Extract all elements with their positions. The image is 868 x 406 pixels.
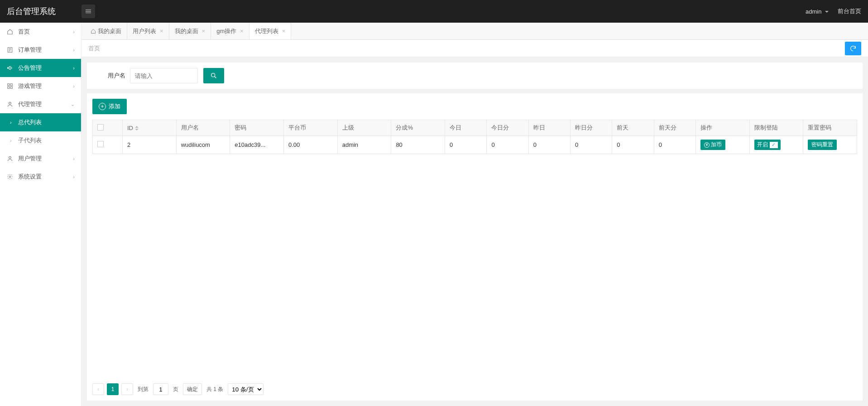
- header: 后台管理系统 admin 前台首页: [0, 0, 868, 23]
- per-page-select[interactable]: 10 条/页: [228, 383, 264, 395]
- caret-down-icon: [825, 11, 829, 13]
- sidebar-sub-child-agent[interactable]: › 子代列表: [0, 131, 81, 150]
- logo: 后台管理系统: [7, 6, 77, 17]
- close-icon[interactable]: ×: [282, 28, 286, 34]
- search-input[interactable]: [130, 68, 198, 83]
- search-button[interactable]: [203, 68, 224, 83]
- refresh-icon: [849, 45, 857, 52]
- hamburger-icon: [85, 8, 92, 15]
- tab-userlist[interactable]: 用户列表 ×: [127, 23, 169, 39]
- sidebar-sub-total-agent[interactable]: › 总代列表: [0, 113, 81, 131]
- sidebar-item-agent[interactable]: 代理管理 ⌄: [0, 95, 81, 113]
- th-parent: 上级: [337, 120, 391, 136]
- add-button[interactable]: + 添加: [92, 99, 127, 114]
- sidebar-sub-label: 子代列表: [18, 136, 42, 145]
- cell-yesterday-share: 0: [571, 136, 612, 154]
- chevron-right-icon: ›: [73, 29, 75, 34]
- sidebar: 首页 › 订单管理 › 公告管理 › 游戏管理 › 代理管理 ⌄ › 总代列表: [0, 23, 82, 406]
- goto-label: 到第: [138, 386, 149, 393]
- th-username: 用户名: [176, 120, 230, 136]
- pagination: ‹ 1 › 到第 页 确定 共 1 条 10 条/页: [92, 378, 857, 395]
- breadcrumb: 首页: [88, 44, 100, 53]
- checkbox-row[interactable]: [97, 141, 104, 147]
- user-icon: [6, 155, 14, 162]
- sidebar-item-label: 订单管理: [18, 46, 42, 54]
- th-yesterday: 昨日: [528, 120, 570, 136]
- chevron-down-icon: ⌄: [71, 102, 75, 107]
- sidebar-item-user[interactable]: 用户管理 ›: [0, 150, 81, 168]
- cell-id: 2: [122, 136, 176, 154]
- chevron-right-icon: ›: [73, 156, 75, 161]
- front-link[interactable]: 前台首页: [838, 7, 861, 15]
- tabs: 我的桌面 用户列表 × 我的桌面 × gm操作 × 代理列表 ×: [82, 23, 868, 40]
- svg-point-6: [9, 156, 11, 159]
- th-today: 今日: [445, 120, 487, 136]
- th-id[interactable]: ID: [122, 120, 176, 136]
- sidebar-item-home[interactable]: 首页 ›: [0, 23, 81, 41]
- th-reset: 重置密码: [803, 120, 857, 136]
- sidebar-item-game[interactable]: 游戏管理 ›: [0, 77, 81, 95]
- table-row: 2 wudiliucom e10adc39... 0.00 admin 80 0…: [93, 136, 857, 154]
- tab-agentlist[interactable]: 代理列表 ×: [249, 23, 292, 39]
- sidebar-sub-label: 总代列表: [18, 118, 42, 126]
- reset-password-button[interactable]: 密码重置: [808, 140, 837, 150]
- close-icon[interactable]: ×: [160, 28, 163, 34]
- search-icon: [210, 72, 217, 79]
- admin-label: admin: [806, 8, 821, 15]
- add-coin-button[interactable]: ¥ 加币: [700, 140, 725, 150]
- sidebar-item-settings[interactable]: 系统设置 ›: [0, 168, 81, 186]
- svg-point-7: [9, 176, 11, 178]
- page-number-button[interactable]: 1: [107, 383, 119, 395]
- th-op: 操作: [695, 120, 749, 136]
- tab-label: 我的桌面: [98, 27, 121, 35]
- close-icon[interactable]: ×: [202, 28, 206, 34]
- chevron-right-icon: ›: [10, 120, 12, 125]
- page-total: 共 1 条: [206, 386, 223, 393]
- tab-label: 代理列表: [255, 27, 278, 35]
- tab-home[interactable]: 我的桌面: [85, 23, 127, 39]
- menu-toggle-button[interactable]: [82, 5, 95, 18]
- tab-gm[interactable]: gm操作 ×: [211, 23, 249, 39]
- check-icon: ✓: [770, 142, 778, 148]
- coin-icon: ¥: [704, 142, 710, 148]
- search-label: 用户名: [94, 72, 125, 80]
- th-daybefore: 前天: [612, 120, 654, 136]
- cell-daybefore-share: 0: [654, 136, 695, 154]
- chevron-right-icon: ›: [73, 65, 75, 71]
- tab-label: 用户列表: [133, 27, 156, 35]
- close-icon[interactable]: ×: [240, 28, 244, 34]
- refresh-button[interactable]: [845, 42, 861, 55]
- sidebar-item-announce[interactable]: 公告管理 ›: [0, 59, 81, 77]
- cell-today-share: 0: [487, 136, 528, 154]
- home-icon: [91, 29, 96, 34]
- tab-desktop2[interactable]: 我的桌面 ×: [169, 23, 211, 39]
- checkbox-all[interactable]: [97, 124, 104, 130]
- chevron-right-icon: ›: [73, 83, 75, 89]
- game-icon: [6, 82, 14, 90]
- th-password: 密码: [230, 120, 284, 136]
- order-icon: [6, 46, 14, 53]
- page-prev-button[interactable]: ‹: [92, 383, 104, 395]
- agent-icon: [6, 101, 14, 108]
- breadcrumb-bar: 首页: [82, 40, 868, 57]
- sidebar-item-label: 公告管理: [18, 64, 42, 72]
- cell-coins: 0.00: [284, 136, 338, 154]
- home-icon: [6, 28, 14, 35]
- th-yesterday-share: 昨日分: [571, 120, 612, 136]
- page-suffix: 页: [173, 386, 178, 393]
- chevron-right-icon: ›: [73, 174, 75, 179]
- sidebar-item-order[interactable]: 订单管理 ›: [0, 41, 81, 59]
- page-next-button[interactable]: ›: [121, 383, 133, 395]
- page-input[interactable]: [153, 383, 168, 395]
- gear-icon: [6, 173, 14, 180]
- limit-toggle-button[interactable]: 开启 ✓: [754, 140, 781, 150]
- page-confirm-button[interactable]: 确定: [183, 383, 202, 395]
- admin-menu[interactable]: admin: [806, 8, 829, 15]
- th-checkbox: [93, 120, 123, 136]
- th-coins: 平台币: [284, 120, 338, 136]
- cell-yesterday: 0: [528, 136, 570, 154]
- cell-password: e10adc39...: [230, 136, 284, 154]
- th-limit: 限制登陆: [749, 120, 803, 136]
- cell-daybefore: 0: [612, 136, 654, 154]
- svg-point-8: [211, 73, 215, 77]
